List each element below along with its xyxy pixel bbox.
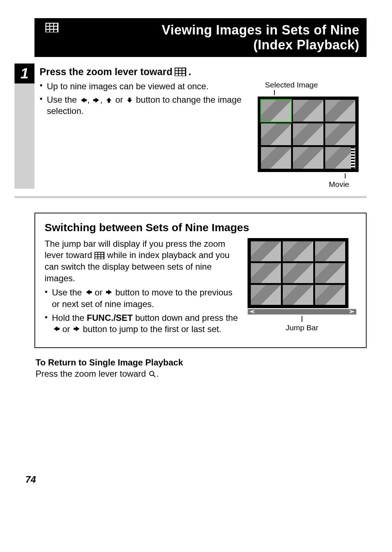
return-heading: To Return to Single Image Playback [36, 357, 367, 368]
box-bullet-2: Hold the FUNC./SET button down and press… [45, 312, 241, 335]
step1-figure: Selected Image Movie [258, 81, 367, 189]
header-title-line1: Viewing Images in Sets of Nine [65, 23, 359, 37]
thumbnail [315, 241, 345, 261]
index-grid-icon [45, 23, 58, 33]
thumbnail [283, 285, 313, 305]
arrow-left-icon [52, 326, 60, 332]
thumbnail [283, 241, 313, 261]
thumbnail [325, 123, 355, 145]
index-grid-icon [175, 68, 186, 76]
caption-jump-bar: Jump Bar [248, 323, 356, 332]
box-bullet-1: Use the or button to move to the previou… [45, 287, 241, 310]
thumbnail [315, 285, 345, 305]
step-heading-text: Press the zoom lever toward [40, 66, 172, 78]
return-section: To Return to Single Image Playback Press… [36, 357, 367, 379]
step-heading: Press the zoom lever toward . [40, 66, 367, 78]
step-heading-period: . [188, 66, 191, 78]
pointer-line [302, 316, 302, 322]
step-number: 1 [15, 64, 34, 83]
pointer-line [274, 90, 275, 95]
thumbnail [293, 123, 323, 145]
thumbnail [251, 285, 281, 305]
jump-bar-figure: Jump Bar [248, 238, 356, 337]
arrow-left-icon [84, 289, 92, 295]
section-header: Viewing Images in Sets of Nine (Index Pl… [34, 18, 367, 57]
index-thumbnail-grid [248, 238, 348, 308]
header-title-line2: (Index Playback) [65, 37, 359, 52]
arrow-down-icon [126, 97, 134, 103]
thumbnail [251, 241, 281, 261]
caption-movie: Movie [258, 180, 367, 189]
arrow-left-icon [79, 97, 87, 103]
thumbnail [293, 100, 323, 122]
caption-selected-image: Selected Image [265, 81, 367, 89]
switching-box: Switching between Sets of Nine Images Th… [34, 213, 367, 348]
thumbnail [315, 263, 345, 283]
step-1: 1 Press the zoom lever toward . Up to ni… [15, 64, 367, 198]
arrow-right-icon [92, 97, 100, 103]
thumbnail [251, 263, 281, 283]
step1-bullet-2: Use the , , or button to change the imag… [40, 94, 252, 116]
thumbnail [325, 100, 355, 122]
thumbnail-movie [325, 147, 355, 169]
pointer-line [345, 173, 346, 179]
thumbnail [293, 147, 323, 169]
box-paragraph: The jump bar will display if you press t… [45, 238, 241, 284]
thumbnail [261, 123, 291, 145]
return-body: Press the zoom lever toward . [36, 368, 367, 379]
page-number: 74 [25, 474, 367, 485]
magnify-icon [148, 371, 156, 378]
step-gutter: 1 [15, 64, 34, 189]
arrow-right-icon [73, 326, 81, 332]
thumbnail [283, 263, 313, 283]
jump-bar [248, 309, 356, 315]
thumbnail-selected [261, 100, 291, 122]
arrow-up-icon [105, 97, 113, 103]
arrow-right-icon [105, 289, 113, 295]
index-grid-icon [94, 252, 105, 259]
index-thumbnail-grid [258, 97, 359, 172]
step1-bullet-1: Up to nine images can be viewed at once. [40, 81, 252, 92]
box-title: Switching between Sets of Nine Images [45, 221, 356, 234]
thumbnail [261, 147, 291, 169]
